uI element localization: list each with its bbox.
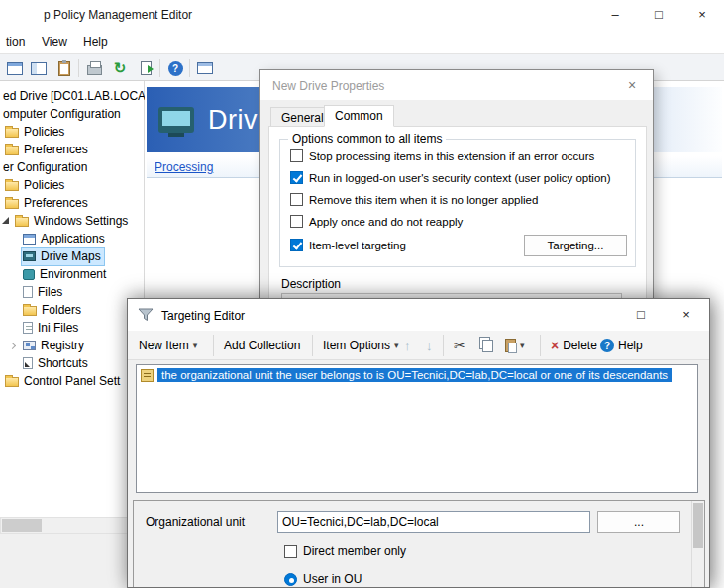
toolbar-separator [189,59,190,77]
tree-item-files[interactable]: Files [0,283,145,301]
new-item-button[interactable]: New Item▾ [132,334,204,357]
checkbox[interactable] [290,215,303,228]
tree-item-policies[interactable]: Policies [0,123,145,141]
tree-item-environment[interactable]: Environment [0,265,145,283]
targeting-items-list[interactable]: the organizational unit the user belongs… [136,364,698,493]
scrollbar-thumb[interactable] [2,519,42,532]
common-tab-page: Options common to all items Stop process… [268,126,647,301]
checkbox[interactable] [284,545,297,558]
checkbox[interactable] [290,171,303,184]
maximize-button[interactable]: □ [618,299,664,331]
option-stop-processing[interactable]: Stop processing items in this extension … [290,149,594,162]
expander-open-icon[interactable] [2,217,9,224]
menu-help[interactable]: Help [79,34,112,49]
datagrid-icon[interactable] [194,57,216,79]
targeting-toolbar: New Item▾ Add Collection Item Options▾ ↑… [128,331,710,360]
tab-common[interactable]: Common [324,105,394,127]
description-label: Description [281,277,341,291]
menu-bar: tion View Help [0,30,724,53]
console-tree-panel: ed Drive [DC01.LAB.LOCA omputer Configur… [0,81,145,517]
menu-action[interactable]: tion [2,34,29,49]
toolbar-separator [540,335,541,356]
tree-item-windows-settings[interactable]: Windows Settings [0,212,145,230]
tree-item-preferences[interactable]: Preferences [0,194,145,212]
drive-banner-icon [158,107,194,133]
menu-view[interactable]: View [38,34,71,49]
tree-item-preferences[interactable]: Preferences [0,141,145,158]
help-icon[interactable]: ? [164,57,186,79]
option-remove-when-not-applied[interactable]: Remove this item when it is no longer ap… [290,193,538,206]
item-options-button[interactable]: Item Options▾ [316,334,406,357]
option-run-in-user-context[interactable]: Run in logged-on user's security context… [290,171,611,184]
print-icon[interactable] [83,57,105,79]
drive-maps-icon [23,251,36,261]
organizational-unit-input[interactable] [277,511,590,533]
radio-button[interactable] [284,573,297,586]
tree-item-computer-configuration[interactable]: omputer Configuration [0,105,145,123]
close-icon[interactable]: × [617,74,647,96]
browse-button[interactable]: ... [597,511,680,533]
window-lower-area [0,534,145,588]
checkbox[interactable] [290,239,303,251]
user-in-ou-option[interactable]: User in OU [284,572,362,586]
tree-item-registry[interactable]: Registry [0,337,145,354]
tree-item-root[interactable]: ed Drive [DC01.LAB.LOCA [0,87,145,105]
checkbox[interactable] [290,149,303,162]
chevron-down-icon: ▾ [193,341,198,350]
checkbox[interactable] [290,193,303,206]
environment-icon [23,269,35,280]
targeting-button[interactable]: Targeting... [524,235,627,256]
maximize-button[interactable]: □ [637,0,680,30]
move-down-icon[interactable]: ↓ [419,334,440,357]
tree-item-control-panel-settings[interactable]: Control Panel Sett [0,372,145,390]
paste-icon[interactable]: ▾ [498,334,532,357]
tree-item-ini-files[interactable]: Ini Files [0,319,145,337]
tree-item-shortcuts[interactable]: Shortcuts [0,354,145,372]
refresh-icon[interactable]: ↻ [109,57,131,79]
tree-item-policies[interactable]: Policies [0,176,145,194]
organizational-unit-label: Organizational unit [146,515,245,529]
close-button[interactable]: × [680,0,724,30]
expander-closed-icon[interactable] [9,342,16,348]
move-up-icon[interactable]: ↑ [397,334,418,357]
main-window-titlebar: p Policy Management Editor – □ × [0,0,724,30]
organizational-unit-icon [141,369,154,382]
close-button[interactable]: × [664,299,709,331]
export-list-icon[interactable] [135,57,156,79]
copy-icon[interactable] [472,334,500,357]
targeting-list-item[interactable]: the organizational unit the user belongs… [138,366,696,384]
direct-member-only-option[interactable]: Direct member only [284,544,406,558]
toolbar-separator [312,335,313,356]
detail-scrollbar[interactable] [691,501,704,587]
toolbar-separator [78,59,79,77]
minimize-button[interactable]: – [593,0,637,30]
console-tree-icon[interactable] [28,57,50,79]
tree-item-user-configuration[interactable]: er Configuration [0,158,145,176]
new-drive-properties-dialog: New Drive Properties × General Common Op… [259,69,654,308]
tree-item-folders[interactable]: Folders [0,301,145,319]
add-collection-button[interactable]: Add Collection [217,334,307,357]
processing-column-link[interactable]: Processing [155,160,213,174]
tree-item-applications[interactable]: Applications [0,230,145,247]
window-icon[interactable] [4,57,26,79]
folder-icon [5,146,19,155]
ini-files-icon [23,322,33,334]
scrollbar-thumb[interactable] [693,503,703,548]
registry-icon [23,341,36,350]
banner-title: Driv [208,105,258,136]
cut-icon[interactable]: ✂ [447,334,472,357]
help-button[interactable]: ? Help [593,334,650,357]
folder-icon [5,181,19,191]
folder-icon [5,377,19,387]
clipboard-icon[interactable] [53,57,75,79]
properties-dialog-titlebar: New Drive Properties × [260,70,653,100]
filter-funnel-icon [138,307,154,323]
option-item-level-targeting[interactable]: Item-level targeting [290,239,406,251]
tree-horizontal-scrollbar[interactable] [0,517,145,534]
option-apply-once[interactable]: Apply once and do not reapply [290,215,463,228]
files-icon [23,286,33,298]
toolbar-separator [443,335,444,356]
targeting-item-text: the organizational unit the user belongs… [157,368,672,382]
tree-item-drive-maps[interactable]: Drive Maps [0,247,145,265]
applications-icon [23,234,36,245]
